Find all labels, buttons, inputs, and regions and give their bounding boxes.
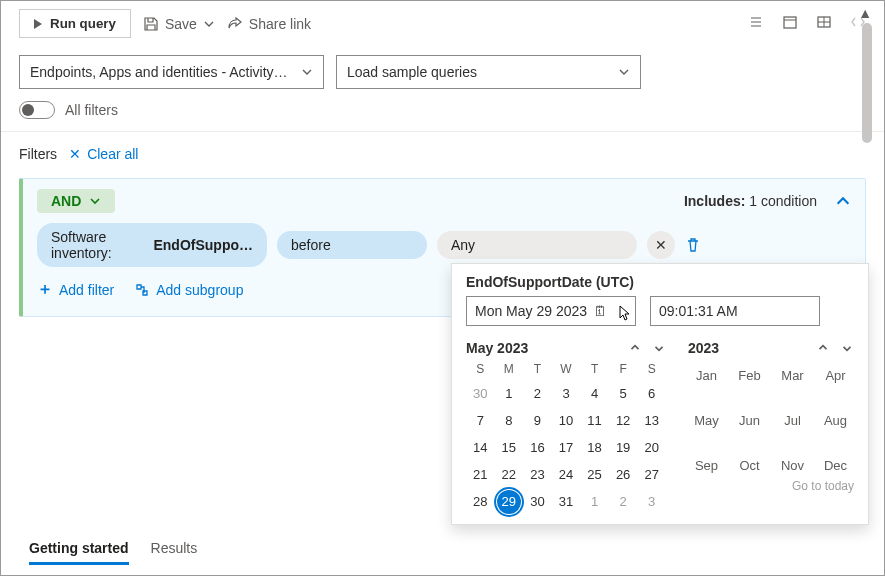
calendar-day[interactable]: 9 [523, 407, 552, 434]
load-sample-dropdown[interactable]: Load sample queries [336, 55, 641, 89]
run-query-label: Run query [50, 16, 116, 31]
time-input[interactable]: 09:01:31 AM [650, 296, 820, 326]
chevron-down-icon [89, 195, 101, 207]
calendar-day[interactable]: 15 [495, 434, 524, 461]
month-cell[interactable]: Sep [688, 458, 725, 473]
calendar-day[interactable]: 23 [523, 461, 552, 488]
save-button[interactable]: Save [143, 16, 215, 32]
calendar-day[interactable]: 3 [552, 380, 581, 407]
calendar-day[interactable]: 16 [523, 434, 552, 461]
next-month-button[interactable] [652, 341, 666, 355]
calendar-day[interactable]: 7 [466, 407, 495, 434]
month-cell[interactable]: Oct [731, 458, 768, 473]
chevron-down-icon [203, 18, 215, 30]
go-to-today-button[interactable]: Go to today [688, 473, 854, 493]
weekday-header: T [580, 362, 609, 376]
trash-icon [685, 237, 701, 253]
arrow-down-icon [652, 341, 666, 355]
chevron-down-icon [618, 66, 630, 78]
calendar-day[interactable]: 12 [609, 407, 638, 434]
calendar-day[interactable]: 29 [497, 490, 521, 514]
scrollbar-thumb[interactable] [862, 23, 872, 143]
add-filter-button[interactable]: ＋ Add filter [37, 279, 114, 300]
clear-value-button[interactable]: ✕ [647, 231, 675, 259]
arrow-up-icon [816, 341, 830, 355]
operator-label: AND [51, 193, 81, 209]
tab-getting-started[interactable]: Getting started [29, 540, 129, 565]
year-label[interactable]: 2023 [688, 340, 719, 356]
calendar-day[interactable]: 2 [523, 380, 552, 407]
calendar-day[interactable]: 1 [495, 380, 524, 407]
calendar-day[interactable]: 10 [552, 407, 581, 434]
calendar-icon[interactable] [782, 14, 798, 33]
time-input-value: 09:01:31 AM [659, 303, 738, 319]
add-subgroup-button[interactable]: Add subgroup [134, 279, 243, 300]
calendar-day[interactable]: 27 [637, 461, 666, 488]
prev-month-button[interactable] [628, 341, 642, 355]
svg-rect-0 [784, 17, 796, 28]
month-cell[interactable]: Feb [731, 368, 768, 383]
scope-dropdown[interactable]: Endpoints, Apps and identities - Activit… [19, 55, 324, 89]
calendar-day[interactable]: 28 [466, 488, 495, 516]
clear-all-label: Clear all [87, 146, 138, 162]
prev-year-button[interactable] [816, 341, 830, 355]
calendar-day[interactable]: 5 [609, 380, 638, 407]
all-filters-label: All filters [65, 102, 118, 118]
calendar-day[interactable]: 6 [637, 380, 666, 407]
condition-value-pill[interactable]: Any [437, 231, 637, 259]
calendar-day[interactable]: 2 [609, 488, 638, 516]
calendar-day[interactable]: 30 [466, 380, 495, 407]
condition-operator-pill[interactable]: before [277, 231, 427, 259]
month-year-label[interactable]: May 2023 [466, 340, 528, 356]
calendar-day[interactable]: 22 [495, 461, 524, 488]
collapse-group-button[interactable] [835, 193, 851, 209]
calendar-day[interactable]: 13 [637, 407, 666, 434]
list-view-icon[interactable] [748, 14, 764, 33]
delete-condition-button[interactable] [685, 237, 701, 253]
month-cell[interactable]: Aug [817, 413, 854, 428]
condition-field-pill[interactable]: Software inventory: EndOfSuppo… [37, 223, 267, 267]
operator-dropdown[interactable]: AND [37, 189, 115, 213]
calendar-day[interactable]: 25 [580, 461, 609, 488]
month-cell[interactable]: Jan [688, 368, 725, 383]
calendar-day[interactable]: 14 [466, 434, 495, 461]
date-input[interactable]: Mon May 29 2023 🗓 [466, 296, 636, 326]
calendar-icon[interactable]: 🗓 [593, 303, 607, 319]
calendar-day[interactable]: 24 [552, 461, 581, 488]
month-cell[interactable]: Jul [774, 413, 811, 428]
scroll-up-arrow[interactable]: ▲ [858, 5, 872, 21]
calendar-day[interactable]: 11 [580, 407, 609, 434]
all-filters-toggle[interactable] [19, 101, 55, 119]
month-cell[interactable]: Mar [774, 368, 811, 383]
calendar-day[interactable]: 31 [552, 488, 581, 516]
month-cell[interactable]: Jun [731, 413, 768, 428]
calendar-day[interactable]: 17 [552, 434, 581, 461]
calendar-day[interactable]: 1 [580, 488, 609, 516]
share-link-button[interactable]: Share link [227, 16, 311, 32]
calendar-day[interactable]: 21 [466, 461, 495, 488]
month-cell[interactable]: Nov [774, 458, 811, 473]
calendar-day[interactable]: 20 [637, 434, 666, 461]
next-year-button[interactable] [840, 341, 854, 355]
table-icon[interactable] [816, 14, 832, 33]
calendar-day[interactable]: 8 [495, 407, 524, 434]
calendar-day[interactable]: 26 [609, 461, 638, 488]
close-icon: ✕ [655, 237, 667, 253]
month-cell[interactable]: May [688, 413, 725, 428]
chevron-down-icon [301, 66, 313, 78]
month-cell[interactable]: Dec [817, 458, 854, 473]
tab-results[interactable]: Results [151, 540, 198, 565]
clear-all-button[interactable]: ✕ Clear all [69, 146, 138, 162]
calendar-day[interactable]: 19 [609, 434, 638, 461]
calendar-day[interactable]: 4 [580, 380, 609, 407]
calendar-day[interactable]: 18 [580, 434, 609, 461]
calendar-day[interactable]: 3 [637, 488, 666, 516]
condition-field-bold: EndOfSuppo… [153, 237, 253, 253]
calendar-day[interactable]: 30 [523, 488, 552, 516]
month-cell[interactable]: Apr [817, 368, 854, 383]
weekday-header: F [609, 362, 638, 376]
date-picker-popover: EndOfSupportDate (UTC) Mon May 29 2023 🗓… [451, 263, 869, 525]
share-label: Share link [249, 16, 311, 32]
save-label: Save [165, 16, 197, 32]
run-query-button[interactable]: Run query [19, 9, 131, 38]
